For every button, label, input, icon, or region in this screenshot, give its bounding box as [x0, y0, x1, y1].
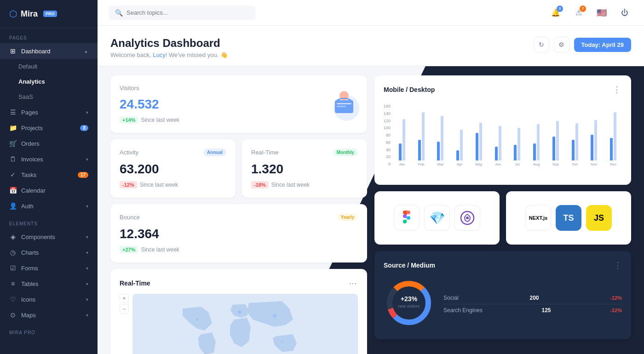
sidebar-item-dashboard[interactable]: ⊞ Dashboard ▲: [0, 43, 98, 59]
bar-group: Mar: [432, 105, 449, 166]
refresh-button[interactable]: ↻: [534, 37, 549, 52]
sidebar-item-forms[interactable]: ☑ Forms ▾: [0, 260, 98, 276]
main-content: 🔍 🔔 3 ⚠ 7 🇺🇸 ⏻ Analytics Dashboard: [98, 0, 644, 354]
source-medium-card: Source / Medium ⋮: [374, 251, 631, 339]
bar-group: Oct: [566, 105, 584, 166]
source-change: -12%: [610, 295, 622, 301]
activity-change: -12%: [120, 181, 137, 188]
filter-button[interactable]: ⚙: [554, 37, 569, 52]
tech-logos-grid: 💎: [384, 200, 490, 235]
search-input[interactable]: [126, 9, 249, 16]
redux-logo: [454, 205, 480, 231]
sidebar-item-label: Forms: [21, 265, 38, 272]
bar-month-label: Nov: [591, 162, 597, 166]
flag-button[interactable]: 🇺🇸: [593, 5, 610, 21]
svg-point-8: [281, 341, 283, 343]
source-medium-menu[interactable]: ⋮: [614, 260, 622, 270]
light-bar: [460, 130, 463, 161]
bar-month-label: Jun: [495, 162, 501, 166]
map-title: Real-Time: [120, 280, 150, 287]
pro-badge: PRO: [43, 11, 57, 17]
zoom-in-button[interactable]: +: [120, 294, 129, 303]
sidebar-item-icons[interactable]: ♡ Icons ▾: [0, 291, 98, 307]
light-bar: [422, 112, 425, 160]
sidebar-item-pages[interactable]: ☰ Pages ▾: [0, 104, 98, 120]
sidebar-item-calendar[interactable]: 📅 Calendar: [0, 183, 98, 198]
page-header-actions: ↻ ⚙ Today: April 29: [534, 37, 631, 52]
sidebar: ⬡ Mira PRO PAGES ⊞ Dashboard ▲ Default A…: [0, 0, 98, 354]
activity-bounce-row: Activity Annual 63.200 -12% Since last w…: [110, 139, 367, 198]
visitors-card: Visitors 24.532 +14% Since last week: [110, 75, 367, 133]
sidebar-item-label: Default: [18, 63, 37, 70]
map-header: Real-Time ⋯: [120, 278, 358, 288]
chart-header: Mobile / Desktop ⋮: [384, 85, 622, 95]
power-button[interactable]: ⏻: [616, 5, 633, 21]
sidebar-item-maps[interactable]: ⊙ Maps ▾: [0, 307, 98, 323]
dashboard-icon: ⊞: [9, 47, 17, 55]
dark-bar: [572, 140, 575, 160]
tech-logos-card: 💎: [374, 191, 500, 245]
light-bar: [402, 119, 405, 160]
sidebar-item-auth[interactable]: 👤 Auth ▾: [0, 198, 98, 214]
activity-label: Activity: [120, 149, 138, 156]
bar-group: Nov: [586, 105, 603, 166]
date-button[interactable]: Today: April 29: [574, 38, 631, 52]
search-box[interactable]: 🔍: [109, 6, 256, 20]
sidebar-item-components[interactable]: ◈ Components ▾: [0, 229, 98, 245]
sidebar-item-label: Tasks: [21, 171, 36, 178]
mobile-desktop-chart: Mobile / Desktop ⋮ 160 140 120 100 80 60: [374, 75, 631, 185]
realtime-value: 1.320: [251, 162, 358, 177]
sidebar-item-invoices[interactable]: 🗒 Invoices ▾: [0, 151, 98, 167]
content-area: Visitors 24.532 +14% Since last week: [98, 66, 644, 354]
bar-pair: [591, 105, 597, 160]
alerts-button[interactable]: ⚠ 7: [570, 5, 587, 21]
realtime-card: Real-Time Monthly 1.320 -18% Since last …: [242, 139, 367, 198]
light-bar: [537, 124, 540, 160]
projects-badge: 8: [80, 125, 88, 131]
figma-logo: [394, 205, 420, 231]
visitors-label: Visitors: [120, 85, 139, 91]
sidebar-item-projects[interactable]: 📁 Projects 8: [0, 120, 98, 136]
nextjs-logo: NEXT.js: [525, 205, 551, 231]
map-zoom-controls: + −: [120, 294, 129, 354]
activity-badge: Annual: [203, 148, 226, 156]
dark-bar: [437, 142, 440, 160]
svg-point-7: [196, 319, 199, 321]
bar-pair: [437, 105, 443, 160]
bar-pair: [495, 105, 501, 160]
sidebar-item-default[interactable]: Default: [0, 59, 98, 74]
map-display: [132, 294, 358, 354]
dark-bar: [476, 133, 478, 160]
bar-pair: [399, 105, 405, 160]
page-header: Analytics Dashboard Welcome back, Lucy! …: [98, 26, 644, 66]
dark-bar: [610, 138, 613, 160]
nextjs-logos-card: NEXT.js TS JS: [506, 191, 631, 245]
elements-section-label: ELEMENTS: [0, 214, 98, 229]
map-content: + −: [120, 294, 358, 354]
sidebar-item-label: Tables: [21, 280, 39, 287]
sidebar-item-tables[interactable]: ≡ Tables ▾: [0, 276, 98, 291]
sidebar-item-label: Analytics: [18, 78, 45, 85]
realtime-since: Since last week: [271, 182, 310, 188]
sidebar-item-orders[interactable]: 🛒 Orders: [0, 136, 98, 151]
sidebar-item-analytics[interactable]: Analytics: [0, 74, 98, 89]
source-medium-title: Source / Medium: [384, 262, 435, 269]
logo-icon: ⬡: [9, 8, 17, 19]
bar-month-label: Jan: [399, 162, 405, 166]
sidebar-item-charts[interactable]: ◷ Charts ▾: [0, 245, 98, 260]
auth-icon: 👤: [9, 202, 17, 210]
icons-icon: ♡: [9, 296, 17, 303]
notifications-button[interactable]: 🔔 3: [547, 5, 564, 21]
bar-pair: [456, 105, 463, 160]
map-menu[interactable]: ⋯: [349, 278, 358, 288]
zoom-out-button[interactable]: −: [120, 304, 129, 314]
sidebar-item-saas[interactable]: SaaS: [0, 89, 98, 104]
sidebar-item-tasks[interactable]: ✓ Tasks 17: [0, 167, 98, 183]
bar-pair: [418, 105, 425, 160]
bar-group: Jan: [393, 105, 411, 166]
bar-chart-container: 160 140 120 100 80 60 40 20 0 JanFebM: [384, 102, 622, 176]
source-table: Social 200 -12% Search Engines 125 -12%: [443, 292, 622, 316]
light-bar: [575, 123, 578, 160]
page-subtitle: Welcome back, Lucy! We've missed you. 👋: [110, 51, 228, 58]
chart-menu-button[interactable]: ⋮: [613, 85, 622, 95]
